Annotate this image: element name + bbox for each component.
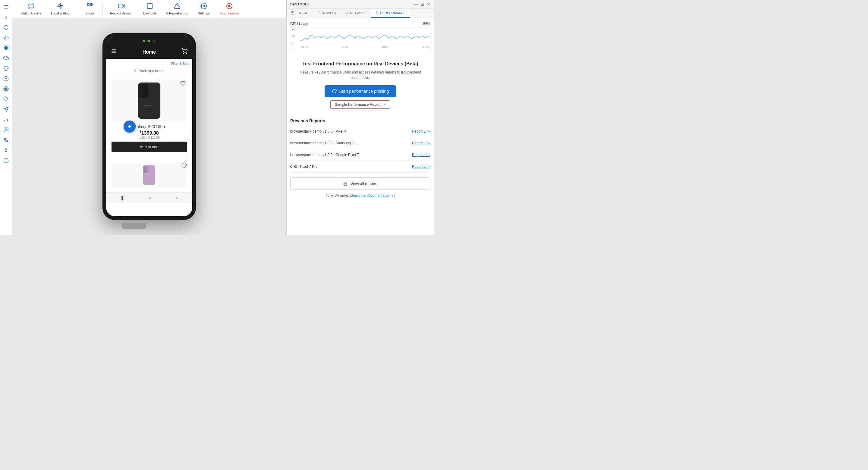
sidebar-icon-tag[interactable] [1,95,10,104]
svg-point-3 [4,25,8,30]
external-link-icon [383,103,386,106]
sidebar-icon-settings[interactable] [1,84,10,93]
phone-stand [122,223,146,229]
svg-rect-69 [344,182,345,184]
switch-device-button[interactable]: Switch Device [17,1,45,16]
sidebar-icon-info[interactable] [1,156,10,165]
filter-link[interactable]: Filter & Sort [171,62,189,65]
nav-back-icon[interactable]: ‹ [176,195,178,201]
chart-x-labels: 00:00 10:00 20:00 30:00 [300,45,430,51]
settings-icon [200,3,207,11]
product-card-1: SAMSUNG Galaxy S20 Ultra $1399.00 or12 x… [108,76,190,155]
minimize-button[interactable]: — [414,2,418,7]
svg-text:SAMSUNG: SAMSUNG [144,105,152,107]
product-image-1: SAMSUNG [112,80,187,122]
doc-external-link-icon [392,194,395,197]
product-price-1: $1399.00 [112,130,187,136]
report-bug-icon [174,3,181,11]
plus-button[interactable]: + [124,121,135,132]
phone-camera [153,39,156,42]
record-session-label: Record Session [110,11,133,15]
phone-mockup: Home Filter & Sort 21 Product(s) found. [102,33,196,220]
report-link-2[interactable]: Report Link [412,141,430,145]
stop-session-button[interactable]: Stop Session [216,1,243,16]
record-session-button[interactable]: Record Session [106,1,137,16]
zoom-button[interactable]: Zoom [81,1,99,16]
wishlist-icon-1[interactable] [180,81,186,88]
product-count: 21 Product(s) found. [106,68,192,74]
cpu-section: CPU Usage 56% 100 50 0 00:00 10:00 20: [290,22,430,51]
report-link-3[interactable]: Report Link [412,153,430,157]
profiling-icon [332,89,337,94]
tab-network-label: NETWORK [350,11,367,15]
nav-home-icon[interactable]: ○ [149,195,152,201]
promo-description: Measure key performance vitals and acces… [293,70,428,81]
sidebar-icon-crosshair[interactable] [1,64,10,73]
settings-button[interactable]: Settings [194,1,214,16]
sidebar-icon-translate[interactable] [1,135,10,145]
devtools-icon [147,3,153,11]
svg-point-17 [5,88,7,90]
sidebar-icon-layout[interactable] [1,43,10,53]
report-bug-button[interactable]: 0 Report a bug [163,1,192,16]
sidebar-icon-audio[interactable] [1,33,10,42]
sidebar-icon-minus-circle[interactable] [1,74,10,83]
svg-marker-36 [123,4,124,7]
wishlist-icon-2[interactable] [181,163,187,170]
tab-logcat[interactable]: LOGCAT [287,9,313,18]
svg-rect-37 [119,4,123,8]
sidebar-icon-download[interactable] [1,54,10,63]
sidebar-icon-send[interactable] [1,105,10,114]
maximize-button[interactable]: ⊡ [421,2,424,7]
cart-icon[interactable] [181,48,187,56]
devtools-tabs: LOGCAT INSPECT NETWORK PERFORMANCE [287,9,434,18]
check-documentation-link[interactable]: check the documentation [350,193,395,198]
local-testing-button[interactable]: Local testing [47,1,73,16]
nav-recent-icon[interactable]: ||| [121,195,124,201]
y-label-0: 0 [292,41,299,44]
report-row-3: browserstack demo v1.0.0 · Google Pixel … [290,149,430,161]
svg-point-26 [6,148,6,149]
devtools-button[interactable]: DevTools [140,1,160,16]
sidebar-icon-image[interactable] [1,125,10,134]
tab-performance[interactable]: PERFORMANCE [371,9,410,18]
svg-rect-72 [346,184,347,186]
local-testing-label: Local testing [51,11,70,15]
svg-rect-70 [346,182,347,184]
view-all-reports-button[interactable]: View all reports [290,178,430,190]
switch-device-label: Switch Device [21,11,41,15]
svg-rect-55 [140,97,142,98]
svg-marker-30 [58,3,63,9]
devtools-header: DEVTOOLS — ⊡ ✕ [287,0,434,9]
device-area: Home Filter & Sort 21 Product(s) found. [12,18,286,235]
doc-text: To know more, [326,193,349,198]
sidebar-icon-home[interactable] [1,23,10,32]
svg-rect-57 [149,83,157,84]
app-title: Home [143,50,156,55]
chart-y-labels: 100 50 0 [290,27,300,45]
start-profiling-button[interactable]: Start performance profiling [324,85,396,97]
devtools-label: DevTools [143,11,157,15]
add-to-cart-button[interactable]: Add to cart [112,142,187,152]
sample-report-link[interactable]: Sample Performance Report [330,100,390,109]
tab-network[interactable]: NETWORK [341,9,371,18]
record-session-icon [119,3,125,11]
promo-title: Test Frontend Performance on Real Device… [293,61,428,67]
y-label-50: 50 [292,35,299,38]
phone-top-bar [106,37,192,45]
settings-label: Settings [198,11,210,15]
svg-rect-8 [6,49,8,50]
report-link-1[interactable]: Report Link [412,129,430,133]
report-link-4[interactable]: Report Link [412,164,430,169]
tab-inspect[interactable]: INSPECT [313,9,341,18]
svg-marker-4 [4,36,6,39]
sidebar-icon-menu[interactable] [1,2,10,11]
sidebar-icon-accessibility[interactable] [1,146,10,155]
cpu-label: CPU Usage [290,22,309,26]
close-button[interactable]: ✕ [427,2,430,7]
x-label-30: 30:00 [422,45,429,51]
sidebar-icon-arrow[interactable] [1,13,10,22]
svg-point-65 [318,12,320,14]
sidebar-icon-chart[interactable] [1,115,10,124]
hamburger-icon[interactable] [111,48,117,56]
